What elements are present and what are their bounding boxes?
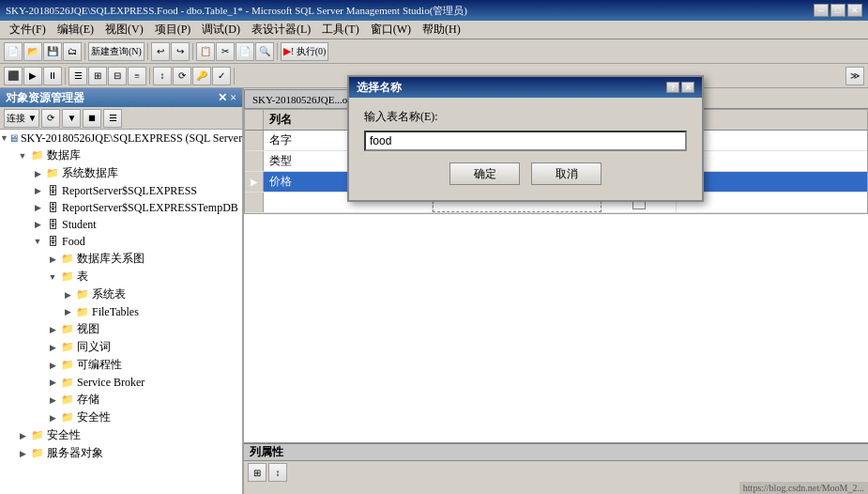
tb2-btn1[interactable]: ⬛ — [4, 67, 23, 85]
save-all-button[interactable]: 🗂 — [63, 42, 82, 61]
tb2-btn4[interactable]: ☰ — [69, 67, 87, 85]
menu-file[interactable]: 文件(F) — [4, 21, 52, 39]
save-button[interactable]: 💾 — [43, 42, 62, 61]
tree-views[interactable]: ▶ 📁 视图 — [0, 320, 242, 338]
oe-filter-button[interactable]: ▼ — [62, 109, 81, 128]
server-expander[interactable]: ▼ — [0, 131, 8, 146]
menu-debug[interactable]: 调试(D) — [196, 21, 246, 39]
close-button[interactable]: ✕ — [847, 4, 862, 17]
btn3[interactable]: 📄 — [236, 42, 254, 61]
menu-table-designer[interactable]: 表设计器(L) — [246, 21, 316, 39]
tree-system-db[interactable]: ▶ 📁 系统数据库 — [0, 164, 242, 182]
btn1[interactable]: 📋 — [196, 42, 215, 61]
tree-reportserver-temp[interactable]: ▶ 🗄 ReportServer$SQLEXPRESSTempDB — [0, 199, 242, 216]
sysdb-expander[interactable]: ▶ — [30, 166, 45, 181]
new-file-button[interactable]: 📄 — [4, 42, 23, 61]
dbdiagram-icon: 📁 — [60, 252, 75, 267]
storage-icon: 📁 — [60, 393, 75, 408]
tree-sys-tables[interactable]: ▶ 📁 系统表 — [0, 286, 242, 303]
tree-server[interactable]: ▼ 🖥 SKY-20180526JQE\SQLEXPRESS (SQL Serv… — [0, 130, 242, 147]
tb2-btn-right[interactable]: ≫ — [845, 67, 864, 85]
tree-prog[interactable]: ▶ 📁 可编程性 — [0, 356, 242, 374]
title-bar-buttons[interactable]: ─ □ ✕ — [814, 4, 862, 17]
sec-food-expander[interactable]: ▶ — [45, 410, 60, 425]
tb2-btn7[interactable]: ≡ — [128, 67, 146, 85]
student-expander[interactable]: ▶ — [30, 217, 45, 232]
dialog-table-name-input[interactable] — [364, 131, 687, 151]
menu-tools[interactable]: 工具(T) — [316, 21, 364, 39]
tree-student[interactable]: ▶ 🗄 Student — [0, 216, 242, 233]
dialog-help-button[interactable]: ? — [666, 82, 679, 93]
tree-servicebroker[interactable]: ▶ 📁 Service Broker — [0, 374, 242, 391]
rst-expander[interactable]: ▶ — [30, 200, 45, 215]
tree-reportserver[interactable]: ▶ 🗄 ReportServer$SQLEXPRESS — [0, 182, 242, 199]
open-button[interactable]: 📂 — [23, 42, 42, 61]
undo-button[interactable]: ↩ — [151, 42, 170, 61]
dialog-close-button[interactable]: ✕ — [681, 82, 694, 93]
server-label: SKY-20180526JQE\SQLEXPRESS (SQL Server 1… — [19, 131, 242, 146]
sep1 — [84, 43, 85, 60]
oe-options-button[interactable]: ☰ — [103, 109, 122, 128]
dbdiagram-expander[interactable]: ▶ — [45, 252, 60, 267]
tree-security-root[interactable]: ▶ 📁 安全性 — [0, 426, 242, 444]
oe-close-icon[interactable]: ✕ × — [218, 91, 236, 105]
tb2-btn5[interactable]: ⊞ — [88, 67, 107, 85]
tree-synonyms[interactable]: ▶ 📁 同义词 — [0, 338, 242, 356]
maximize-button[interactable]: □ — [830, 4, 845, 17]
prog-expander[interactable]: ▶ — [45, 358, 60, 373]
dialog-cancel-button[interactable]: 取消 — [531, 162, 602, 185]
oe-tree: ▼ 🖥 SKY-20180526JQE\SQLEXPRESS (SQL Serv… — [0, 130, 242, 494]
select-name-dialog: 选择名称 ? ✕ 输入表名称(E): 确定 取消 — [347, 75, 704, 202]
btn2[interactable]: ✂ — [216, 42, 235, 61]
tb2-btn2[interactable]: ▶ — [23, 67, 42, 85]
tree-filetables[interactable]: ▶ 📁 FileTables — [0, 303, 242, 320]
tb2-btn9[interactable]: ⟳ — [173, 67, 191, 85]
tree-security-food[interactable]: ▶ 📁 安全性 — [0, 409, 242, 426]
new-query-button[interactable]: 新建查询(N) — [88, 42, 145, 61]
menu-help[interactable]: 帮助(H) — [417, 21, 466, 39]
tb2-btn11[interactable]: ✓ — [212, 67, 231, 85]
views-expander[interactable]: ▶ — [45, 322, 60, 337]
menu-window[interactable]: 窗口(W) — [365, 21, 417, 39]
menu-edit[interactable]: 编辑(E) — [52, 21, 99, 39]
student-label: Student — [60, 218, 97, 232]
props-alpha-button[interactable]: ↕ — [268, 463, 287, 482]
oe-refresh-button[interactable]: ⟳ — [41, 109, 60, 128]
dialog-ok-button[interactable]: 确定 — [449, 162, 520, 185]
tables-expander[interactable]: ▼ — [45, 270, 60, 285]
filetables-expander[interactable]: ▶ — [60, 304, 75, 319]
props-header: 列属性 — [244, 444, 868, 461]
tree-dbdiagram[interactable]: ▶ 📁 数据库关系图 — [0, 250, 242, 268]
row1-indicator — [245, 131, 264, 150]
sec-root-expander[interactable]: ▶ — [15, 428, 30, 443]
menu-view[interactable]: 视图(V) — [99, 21, 149, 39]
storage-expander[interactable]: ▶ — [45, 393, 60, 408]
execute-button[interactable]: ▶ ! 执行(0) — [281, 42, 329, 61]
systables-expander[interactable]: ▶ — [60, 287, 75, 302]
btn4[interactable]: 🔍 — [255, 42, 274, 61]
so-icon: 📁 — [30, 446, 45, 461]
redo-button[interactable]: ↪ — [171, 42, 190, 61]
dialog-title-buttons[interactable]: ? ✕ — [666, 82, 694, 93]
tb2-btn3[interactable]: ⏸ — [43, 67, 62, 85]
databases-expander[interactable]: ▼ — [15, 148, 30, 163]
menu-project[interactable]: 项目(P) — [149, 21, 197, 39]
sb-expander[interactable]: ▶ — [45, 375, 60, 390]
tree-databases[interactable]: ▼ 📁 数据库 — [0, 147, 242, 164]
minimize-button[interactable]: ─ — [814, 4, 829, 17]
food-expander[interactable]: ▼ — [30, 234, 45, 249]
rs-label: ReportServer$SQLEXPRESS — [60, 184, 197, 198]
tree-storage[interactable]: ▶ 📁 存储 — [0, 391, 242, 409]
oe-stop-button[interactable]: ⏹ — [83, 109, 101, 128]
tree-food[interactable]: ▼ 🗄 Food — [0, 233, 242, 250]
tb2-btn6[interactable]: ⊟ — [108, 67, 127, 85]
rs-expander[interactable]: ▶ — [30, 183, 45, 198]
oe-connect-button[interactable]: 连接 ▼ — [4, 109, 39, 128]
props-sort-button[interactable]: ⊞ — [248, 463, 266, 482]
tb2-btn10[interactable]: 🔑 — [192, 67, 211, 85]
synonyms-expander[interactable]: ▶ — [45, 340, 60, 355]
tree-server-objects[interactable]: ▶ 📁 服务器对象 — [0, 444, 242, 462]
so-expander[interactable]: ▶ — [15, 446, 30, 461]
tb2-btn8[interactable]: ↕ — [153, 67, 172, 85]
tree-tables[interactable]: ▼ 📁 表 — [0, 268, 242, 286]
